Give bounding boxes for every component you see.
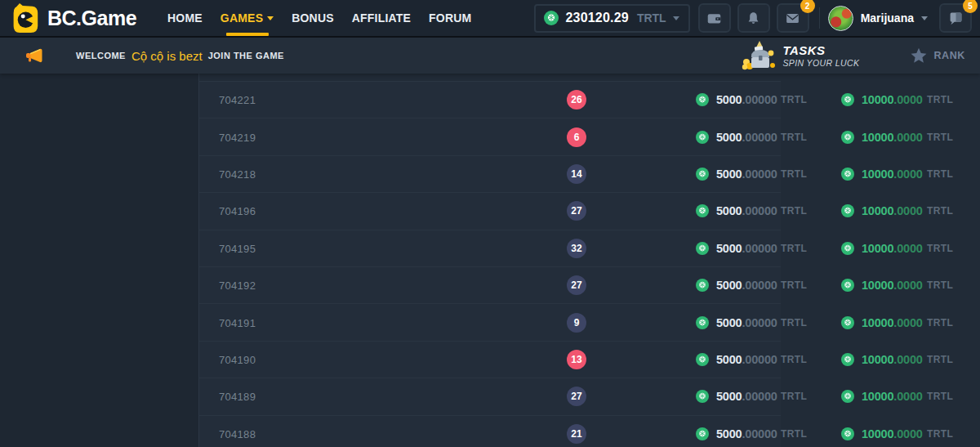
bet-id: 704195 (219, 242, 256, 254)
payout-amount-cell: 10000.0000 (841, 242, 923, 255)
bet-amount-cell: 5000.00000 (696, 279, 777, 292)
payout-amount-cell: 10000.0000 (841, 279, 923, 292)
multiplier-badge-cell: 27 (567, 201, 586, 221)
mail-button[interactable]: 2 (777, 3, 809, 33)
bet-amount-cell: 5000.00000 (696, 390, 777, 403)
trtl-coin-icon (841, 427, 854, 440)
chat-icon (948, 11, 964, 26)
nav-item-label: GAMES (220, 11, 263, 25)
balance-selector[interactable]: 230120.29 TRTL (534, 4, 689, 33)
trtl-coin-icon (841, 168, 854, 181)
app-root: BC.Game HOME GAMES BONUS AFFILIATE FORUM (0, 0, 980, 447)
trtl-coin-icon (696, 93, 709, 106)
bet-currency: TRTL (781, 132, 807, 143)
trtl-coin-icon (841, 93, 854, 106)
bet-amount-cell: 5000.00000 (696, 242, 777, 255)
bet-id: 704192 (219, 279, 256, 292)
trtl-coin-icon (841, 279, 854, 292)
nav-item-forum[interactable]: FORUM (429, 0, 471, 36)
multiplier-badge: 14 (567, 164, 586, 184)
payout-amount-cell: 10000.0000 (841, 168, 923, 181)
bet-row[interactable]: 704189 27 5000.00000 TRTL (199, 378, 781, 415)
trtl-coin-icon (696, 168, 709, 181)
multiplier-badge: 21 (567, 424, 586, 444)
multiplier-badge: 13 (567, 350, 586, 369)
multiplier-badge-cell: 27 (567, 387, 586, 406)
user-menu[interactable]: Marijuana (828, 6, 928, 31)
trtl-coin-icon (841, 204, 854, 217)
multiplier-badge-cell: 32 (567, 239, 586, 258)
tasks-subtitle: SPIN YOUR LUCK (782, 58, 859, 68)
bet-row[interactable]: 704192 27 5000.00000 TRTL (199, 267, 781, 304)
bet-amount: 5000.00000 (716, 168, 777, 181)
nav-item-home[interactable]: HOME (167, 0, 203, 36)
bet-amount-cell: 5000.00000 (696, 353, 777, 366)
nav-item-affiliate[interactable]: AFFILIATE (352, 0, 411, 36)
multiplier-badge-cell: 13 (567, 350, 586, 369)
wallet-button[interactable] (698, 3, 731, 33)
multiplier-badge: 6 (567, 127, 586, 147)
payout-amount-cell: 10000.0000 (841, 427, 923, 440)
mail-badge: 2 (800, 0, 815, 13)
nav-item-label: HOME (167, 11, 203, 25)
bet-id: 704191 (219, 316, 256, 329)
nav-item-games[interactable]: GAMES (220, 0, 274, 36)
bets-table: 704221 26 5000.00000 TRTL (199, 81, 781, 447)
payout-currency: TRTL (927, 168, 953, 180)
trtl-coin-icon (696, 242, 709, 255)
rank-widget[interactable]: RANK (910, 47, 965, 65)
megaphone-icon (24, 46, 43, 65)
bet-currency: TRTL (781, 391, 807, 402)
bet-row[interactable]: 704221 26 5000.00000 TRTL (199, 82, 781, 118)
multiplier-badge-cell: 9 (567, 313, 586, 333)
bet-row[interactable]: 704191 9 5000.00000 TRTL (199, 304, 781, 341)
bet-row[interactable]: 704219 6 5000.00000 TRTL (199, 118, 781, 155)
bet-id: 704189 (219, 391, 256, 403)
user-name: Marijuana (861, 11, 914, 25)
avatar (828, 6, 853, 31)
welcome-suffix: JOIN THE GAME (208, 51, 284, 60)
bet-row[interactable]: 704218 14 5000.00000 TRTL (199, 156, 781, 193)
payout-amount: 10000.0000 (862, 242, 923, 255)
payout-currency: TRTL (927, 428, 953, 440)
payout-amount-cell: 10000.0000 (841, 131, 923, 144)
multiplier-badge-cell: 21 (567, 424, 586, 444)
tasks-widget[interactable]: TASKS SPIN YOUR LUCK (740, 38, 859, 73)
payout-currency: TRTL (927, 94, 953, 105)
payout-amount-cell: 10000.0000 (841, 390, 923, 403)
trtl-coin-icon (841, 316, 854, 329)
bet-row[interactable]: 704188 21 5000.00000 TRTL (199, 416, 781, 447)
notifications-button[interactable] (737, 3, 770, 33)
bet-amount: 5000.00000 (716, 390, 777, 403)
trtl-coin-icon (841, 353, 854, 366)
bet-currency: TRTL (781, 354, 807, 365)
bet-row[interactable]: 704196 27 5000.00000 TRTL (199, 193, 781, 230)
brand-home-link[interactable]: BC.Game (10, 2, 136, 34)
payout-amount: 10000.0000 (862, 353, 923, 366)
main-content: 704221 26 5000.00000 TRTL (0, 74, 980, 447)
main-nav: HOME GAMES BONUS AFFILIATE FORUM (167, 0, 471, 36)
payout-currency: TRTL (927, 243, 953, 254)
payout-amount-cell: 10000.0000 (841, 353, 923, 366)
bet-amount: 5000.00000 (716, 353, 777, 366)
welcome-prefix: WELCOME (76, 51, 126, 60)
multiplier-badge: 32 (567, 239, 586, 258)
bet-row[interactable]: 704195 32 5000.00000 TRTL (199, 230, 781, 267)
multiplier-badge: 26 (567, 90, 586, 110)
bet-row[interactable]: 704190 13 5000.00000 TRTL (199, 342, 781, 378)
chat-button[interactable]: 5 (939, 3, 972, 33)
navbar-right: 230120.29 TRTL (534, 3, 972, 33)
nav-item-bonus[interactable]: BONUS (292, 0, 334, 36)
announcement-banner: WELCOME Cộ cộ is bezt JOIN THE GAME (0, 38, 980, 74)
payout-currency: TRTL (927, 132, 953, 143)
payout-currency: TRTL (927, 354, 953, 365)
brand-name: BC.Game (47, 7, 136, 30)
bet-amount-cell: 5000.00000 (696, 427, 777, 440)
payout-amount: 10000.0000 (862, 279, 923, 292)
multiplier-badge-cell: 14 (567, 164, 586, 184)
payout-currency: TRTL (927, 391, 953, 402)
trtl-coin-icon (696, 390, 709, 403)
trtl-coin-icon (696, 316, 709, 329)
rank-label: RANK (933, 50, 965, 61)
welcome-highlight: Cộ cộ is bezt (131, 49, 203, 63)
